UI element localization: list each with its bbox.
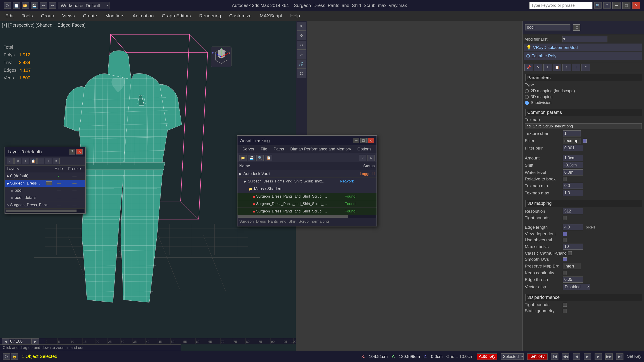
navigation-gizmo[interactable]: X Y Z: [210, 45, 232, 68]
color-swatch[interactable]: □: [573, 24, 580, 31]
texture-chan-input[interactable]: [563, 130, 581, 136]
lp-copy-icon[interactable]: 📋: [30, 158, 36, 164]
mod-icon-delete[interactable]: ✕: [534, 64, 542, 71]
selected-dropdown[interactable]: Selected: [501, 354, 524, 360]
menu-customize[interactable]: Customize: [226, 12, 255, 20]
lp-scrollbar[interactable]: [6, 209, 84, 213]
next-1-btn[interactable]: ▶: [594, 354, 602, 360]
workspace-dropdown[interactable]: Workspace: Default: [58, 2, 110, 9]
open-btn[interactable]: 📂: [22, 2, 29, 8]
layer-row-bodi[interactable]: ▷ bodi — —: [5, 187, 85, 194]
at-save-icon[interactable]: 💾: [248, 155, 255, 161]
menu-help[interactable]: Help: [287, 12, 304, 20]
search-input[interactable]: [529, 2, 592, 9]
water-level-input[interactable]: [563, 169, 583, 175]
timeline-track[interactable]: 0 5 10 15 20 25 30 35 40 45 50 55 60 65 …: [45, 338, 296, 345]
tight-bounds-checkbox[interactable]: [563, 216, 567, 220]
move-tool-btn[interactable]: ✛: [296, 31, 306, 40]
auto-key-btn[interactable]: Auto Key: [477, 354, 497, 360]
table-row[interactable]: ▶ Autodesk Vault Logged I: [238, 170, 376, 178]
new-file-btn[interactable]: 📄: [13, 2, 20, 8]
relative-bbox-checkbox[interactable]: [563, 177, 567, 181]
radio-3d[interactable]: [525, 95, 529, 99]
modifier-editablepoly[interactable]: ⬡ Editable Poly: [524, 52, 642, 60]
lp-scrollbar-thumb[interactable]: [6, 210, 76, 212]
mod-icon-down[interactable]: ↓: [572, 64, 580, 71]
layer-row-bodi-details[interactable]: ▷ bodi_details — —: [5, 194, 85, 201]
table-row[interactable]: ▶ Surgeon_Dress_Pants_and_Shirt_Scrub_ma…: [238, 178, 376, 185]
mod-icon-copy[interactable]: 📋: [553, 64, 562, 71]
layer-row-scrub2[interactable]: ▷ Surgeon_Dress_Pants_and_Shirt_Scrub — …: [5, 201, 85, 209]
keep-continuity-checkbox[interactable]: [563, 271, 567, 275]
mod-icon-collapse[interactable]: ≡: [581, 64, 590, 71]
layer-row-default[interactable]: ▶ 0 (default) ✓ —: [5, 172, 85, 180]
texmap-max-input[interactable]: [563, 190, 583, 196]
menu-create[interactable]: Create: [79, 12, 101, 20]
table-row[interactable]: ■ Surgeon_Dress_Pants_and_Shirt_Scrub_no…: [238, 208, 376, 215]
smooth-uvs-checkbox[interactable]: [563, 257, 567, 261]
at-menu-server[interactable]: Server: [239, 146, 258, 152]
rotate-tool-btn[interactable]: ↻: [296, 41, 306, 50]
texmap-value[interactable]: nd_Shirt_Scrub_height.png: [525, 123, 642, 129]
select-tool-btn[interactable]: ↖: [296, 22, 306, 31]
at-menu-options[interactable]: Options: [354, 146, 374, 152]
at-minimize-btn[interactable]: ─: [353, 138, 359, 143]
next-frame-small-btn[interactable]: ▶: [32, 338, 39, 345]
edge-length-input[interactable]: [563, 224, 583, 230]
use-object-mtl-checkbox[interactable]: [563, 238, 567, 242]
prev-1-btn[interactable]: ◀: [573, 354, 580, 360]
lp-link-icon[interactable]: ↔: [7, 158, 14, 164]
frame-input[interactable]: [9, 338, 32, 345]
table-row[interactable]: ■ Surgeon_Dress_Pants_and_Shirt_Scrub_di…: [238, 193, 376, 200]
at-list-icon[interactable]: 📋: [265, 155, 272, 161]
preserve-map-value[interactable]: Interr: [563, 263, 581, 269]
tight-bounds-2-checkbox[interactable]: [563, 303, 567, 307]
at-menu-paths[interactable]: Paths: [270, 146, 287, 152]
next-frame-btn[interactable]: ▶▶: [606, 354, 612, 360]
help-icon[interactable]: ?: [603, 2, 610, 8]
shift-input[interactable]: [563, 162, 583, 168]
menu-edit[interactable]: Edit: [2, 12, 17, 20]
radio-2d[interactable]: [525, 89, 529, 93]
menu-animation[interactable]: Animation: [129, 12, 157, 20]
at-help-icon[interactable]: ?: [359, 155, 366, 161]
lp-up-icon[interactable]: ↑: [38, 158, 44, 164]
prev-frame-small-btn[interactable]: ◀: [2, 338, 9, 345]
max-subdivs-input[interactable]: [563, 244, 583, 250]
layer-row-scrub[interactable]: ▶ Surgeon_Dress_Pants_and_Shirt_Scrub — …: [5, 180, 85, 187]
static-geo-checkbox[interactable]: [563, 309, 567, 313]
menu-modifiers[interactable]: Modifiers: [102, 12, 128, 20]
redo-btn[interactable]: ↪: [49, 2, 56, 8]
menu-maxscript[interactable]: MAXScript: [256, 12, 286, 20]
texmap-min-input[interactable]: [563, 183, 583, 189]
statusbar-icon-2[interactable]: 🔒: [11, 354, 18, 360]
save-btn[interactable]: 💾: [31, 2, 38, 8]
edge-thresh-input[interactable]: [563, 277, 583, 283]
set-key-btn[interactable]: Set Key: [527, 354, 548, 360]
lp-menu-icon[interactable]: ≡: [53, 158, 60, 164]
play-start-btn[interactable]: |◀: [551, 354, 558, 360]
mod-icon-pin[interactable]: 📌: [524, 64, 533, 71]
resolution-input[interactable]: [563, 208, 583, 214]
minimize-btn[interactable]: ─: [612, 2, 620, 9]
filter-checkbox[interactable]: [582, 139, 587, 143]
menu-rendering[interactable]: Rendering: [196, 12, 224, 20]
at-refresh-icon[interactable]: ↻: [368, 155, 375, 161]
link-tool-btn[interactable]: 🔗: [296, 59, 306, 68]
scale-tool-btn[interactable]: ⤢: [296, 50, 306, 59]
at-menu-bitmap[interactable]: Bitmap Performance and Memory: [287, 146, 354, 152]
lp-unlink-icon[interactable]: ✕: [14, 158, 21, 164]
menu-tools[interactable]: Tools: [18, 12, 36, 20]
menu-views[interactable]: Views: [59, 12, 78, 20]
filter-value[interactable]: texmap: [563, 138, 581, 144]
at-scrollbar-thumb[interactable]: [238, 215, 348, 218]
view-dependent-checkbox[interactable]: [563, 232, 567, 236]
table-row[interactable]: ■ Surgeon_Dress_Pants_and_Shirt_Scrub_he…: [238, 200, 376, 208]
mod-icon-add[interactable]: +: [543, 64, 552, 71]
at-close-btn[interactable]: ✕: [368, 138, 374, 143]
play-end-btn[interactable]: ▶|: [616, 354, 624, 360]
modifier-dropdown-btn[interactable]: ▼: [562, 36, 608, 42]
radio-subdiv[interactable]: [525, 101, 529, 105]
at-search-icon[interactable]: 🔍: [256, 155, 264, 161]
at-folder-icon[interactable]: 📁: [239, 155, 246, 161]
